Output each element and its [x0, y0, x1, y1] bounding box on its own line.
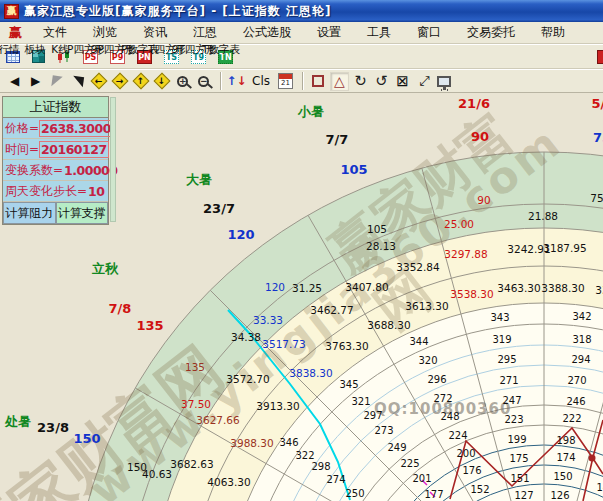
menu-news[interactable]: 资讯 — [130, 24, 180, 41]
time-row: 时间=20160127 — [3, 139, 108, 160]
step-field[interactable]: 10 — [87, 184, 105, 199]
quotes-label: 行情 — [0, 43, 20, 57]
title-bar: 赢 赢家江恩专业版[赢家服务平台] - [上证指数 江恩轮] — [0, 0, 603, 22]
kline-label: K线 — [51, 43, 68, 57]
panel-side-strip — [110, 97, 116, 222]
menu-gann[interactable]: 江恩 — [180, 24, 230, 41]
zoom-out-button[interactable]: − — [194, 72, 213, 91]
quotes-button[interactable]: 行情 — [6, 51, 20, 63]
menu-app-icon: 赢 — [9, 24, 22, 42]
square-tool-button[interactable] — [309, 72, 328, 91]
flag-gray-icon[interactable] — [47, 72, 66, 91]
time-label: 时间= — [5, 141, 39, 158]
instrument-panel: 上证指数 价格=2638.3000 时间=20160127 变换系数=1.000… — [2, 96, 109, 225]
price-row: 价格=2638.3000 — [3, 118, 108, 139]
shift-down-button[interactable]: ↓ — [152, 72, 171, 91]
shift-up-button[interactable]: ↑ — [131, 72, 150, 91]
app-icon: 赢 — [4, 4, 19, 19]
panel-title: 上证指数 — [3, 97, 108, 118]
calc-support-button[interactable]: 计算支撑 — [56, 202, 109, 224]
shift-left-button[interactable]: ← — [89, 72, 108, 91]
toolbar-separator — [302, 72, 304, 90]
coef-row: 变换系数=1.00000 — [3, 160, 108, 181]
grid-box-button[interactable]: ⊠ — [393, 72, 412, 91]
calendar-button[interactable]: 21 — [276, 72, 295, 91]
blocks-button[interactable]: 板块 — [32, 50, 45, 63]
price-label: 价格= — [5, 120, 39, 137]
updown-sort-button[interactable]: ↑↓ — [227, 72, 246, 91]
rotate-cw-button[interactable]: ↻ — [351, 72, 370, 91]
blocks-label: 板块 — [25, 43, 46, 57]
menu-tools[interactable]: 工具 — [354, 24, 404, 41]
step-label: 周天变化步长= — [5, 183, 87, 200]
price-path-node — [589, 455, 596, 462]
menu-file[interactable]: 文件 — [30, 24, 80, 41]
shift-right-button[interactable]: → — [110, 72, 129, 91]
window-title: 赢家江恩专业版[赢家服务平台] - [上证指数 江恩轮] — [24, 3, 331, 20]
toolbar-separator — [220, 72, 222, 90]
expand-button[interactable]: ⤢ — [414, 72, 433, 91]
flag-black-icon[interactable] — [68, 72, 87, 91]
menu-browse[interactable]: 浏览 — [80, 24, 130, 41]
menu-window[interactable]: 窗口 — [404, 24, 454, 41]
price-field[interactable]: 2638.3000 — [39, 120, 113, 137]
rotate-ccw-button[interactable]: ↺ — [372, 72, 391, 91]
menu-help[interactable]: 帮助 — [528, 24, 578, 41]
clipped-toolbar-icon[interactable] — [597, 50, 603, 64]
cls-button[interactable]: Cls — [248, 72, 274, 91]
step-row: 周天变化步长=10 — [3, 181, 108, 202]
coef-label: 变换系数= — [5, 162, 63, 179]
screen-button[interactable] — [435, 72, 454, 91]
main-toolbar: 行情 板块 K线 PS P四方形 P9 9P四方形 PN P数字表 TS T四方… — [0, 44, 603, 69]
panel-buttons: 计算阻力 计算支撑 — [3, 202, 108, 224]
time-field[interactable]: 20160127 — [39, 141, 109, 158]
menu-bar: 赢 文件 浏览 资讯 江恩 公式选股 设置 工具 窗口 交易委托 帮助 — [0, 22, 603, 44]
calc-resistance-button[interactable]: 计算阻力 — [3, 202, 56, 224]
zoom-in-button[interactable]: + — [173, 72, 192, 91]
t-table-button[interactable]: TN T数字表 — [218, 50, 233, 64]
menu-settings[interactable]: 设置 — [304, 24, 354, 41]
menu-trade[interactable]: 交易委托 — [454, 24, 528, 41]
menu-formula-stockpick[interactable]: 公式选股 — [230, 24, 304, 41]
t-table-label: T数字表 — [202, 43, 240, 57]
tools-toolbar: ◀ ▶ ← → ↑ ↓ + − ↑↓ Cls 21 △ ↻ ↺ ⊠ ⤢ — [0, 69, 603, 93]
next-button[interactable]: ▶ — [26, 72, 45, 91]
prev-button[interactable]: ◀ — [5, 72, 24, 91]
triangle-tool-button[interactable]: △ — [330, 72, 349, 91]
